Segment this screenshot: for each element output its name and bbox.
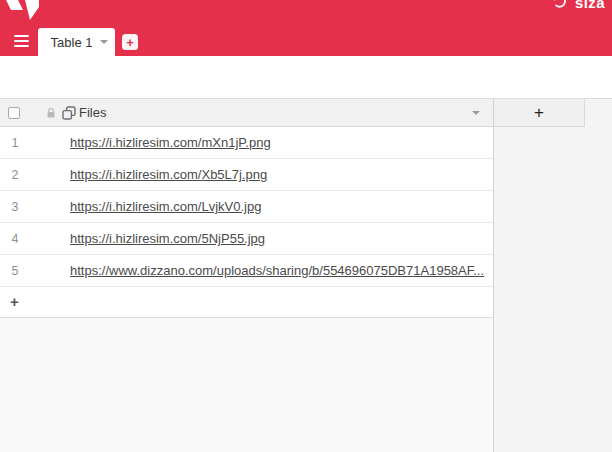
add-field-button[interactable]: + xyxy=(494,99,585,127)
select-all-checkbox[interactable] xyxy=(8,107,20,119)
brand-text: siza xyxy=(575,0,605,11)
lock-icon xyxy=(46,107,56,119)
tab-label: Table 1 xyxy=(51,35,93,50)
table-row[interactable]: 1 https://i.hizliresim.com/mXn1jP.png xyxy=(0,127,493,159)
add-row-button[interactable]: + xyxy=(0,287,493,318)
url-cell[interactable]: https://i.hizliresim.com/5NjP55.jpg xyxy=(70,231,485,246)
table-row[interactable]: 2 https://i.hizliresim.com/Xb5L7j.png xyxy=(0,159,493,191)
add-table-button[interactable]: + xyxy=(122,34,138,50)
row-number: 1 xyxy=(0,136,30,150)
grid-canvas-background xyxy=(493,99,612,452)
menu-icon[interactable] xyxy=(14,35,30,49)
url-cell[interactable]: https://i.hizliresim.com/LvjkV0.jpg xyxy=(70,199,485,214)
row-number: 5 xyxy=(0,264,30,278)
table-row[interactable]: 5 https://www.dizzano.com/uploads/sharin… xyxy=(0,255,493,287)
column-divider xyxy=(493,99,494,452)
field-name[interactable]: Files xyxy=(79,105,106,120)
files-field-type-icon xyxy=(62,106,76,120)
table-row[interactable]: 3 https://i.hizliresim.com/LvjkV0.jpg xyxy=(0,191,493,223)
row-number: 3 xyxy=(0,200,30,214)
tab-table-1[interactable]: Table 1 xyxy=(38,28,115,56)
field-chevron-down-icon[interactable] xyxy=(472,111,480,115)
tab-chevron-down-icon[interactable] xyxy=(100,40,108,44)
url-cell[interactable]: https://i.hizliresim.com/mXn1jP.png xyxy=(70,135,485,150)
grid-table: Files 1 https://i.hizliresim.com/mXn1jP.… xyxy=(0,99,493,452)
row-number: 4 xyxy=(0,232,30,246)
history-icon[interactable] xyxy=(551,0,568,10)
url-cell[interactable]: https://i.hizliresim.com/Xb5L7j.png xyxy=(70,167,485,182)
grid-header-row: Files xyxy=(0,99,493,127)
top-app-bar: siza xyxy=(0,0,612,28)
app-logo-icon[interactable] xyxy=(3,0,43,22)
table-row[interactable]: 4 https://i.hizliresim.com/5NjP55.jpg xyxy=(0,223,493,255)
table-tab-bar: Table 1 + xyxy=(0,28,612,56)
row-number: 2 xyxy=(0,168,30,182)
url-cell[interactable]: https://www.dizzano.com/uploads/sharing/… xyxy=(70,263,485,278)
plus-icon: + xyxy=(10,293,19,310)
view-toolbar: Grid view Hide fields Filter xyxy=(0,56,612,99)
